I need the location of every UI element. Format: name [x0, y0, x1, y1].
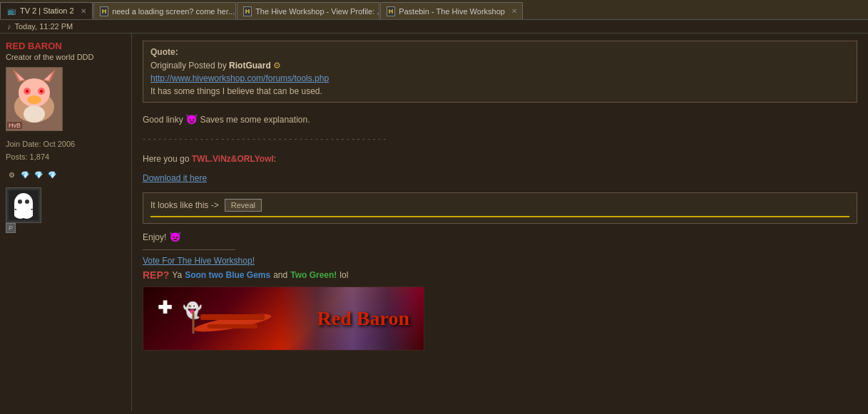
svg-point-10	[40, 90, 43, 93]
music-icon: ♪	[7, 22, 11, 31]
content-area: Quote: Originally Posted by RiotGuard ⚙ …	[132, 33, 868, 411]
user-title: Creator of the world DDD	[6, 53, 126, 61]
tools-icon: ⚙	[6, 169, 17, 180]
svg-point-17	[25, 200, 29, 204]
svg-point-12	[24, 105, 45, 123]
quote-attribution: Originally Posted by RiotGuard ⚙	[150, 61, 849, 71]
gem-blue-2: 💎	[33, 169, 44, 180]
user-info: Join Date: Oct 2006 Posts: 1,874	[6, 138, 126, 163]
here-you-go-line: Here you go TWL.ViNz&ORLYowl:	[143, 152, 857, 166]
tab-1-close[interactable]: ✕	[81, 7, 86, 15]
rep-icons: ⚙ 💎 💎 💎	[6, 169, 126, 180]
sig-banner-text: Red Baron	[317, 307, 409, 330]
rep-label: REP?	[143, 269, 169, 281]
rep-lol: lol	[339, 270, 348, 280]
cross-icon: ✚	[158, 298, 172, 318]
quote-link[interactable]: http://www.hiveworkshop.com/forums/tools…	[150, 73, 849, 83]
tab-4-label: Pastebin - The Hive Workshop	[399, 7, 505, 16]
devil-emoji-2: 👿	[169, 231, 181, 242]
sig-divider	[143, 249, 235, 250]
timestamp: Today, 11:22 PM	[15, 22, 73, 31]
gem-green-1: 💎	[46, 169, 58, 180]
timestamp-bar: ♪ Today, 11:22 PM	[0, 20, 868, 33]
svg-point-16	[18, 200, 22, 204]
tab-1-label: TV 2 | Station 2	[20, 6, 74, 15]
rep-text-ya: Ya	[172, 270, 182, 280]
username: RED BARON	[6, 41, 126, 51]
gem-blue-1: 💎	[19, 169, 31, 180]
svg-point-18	[193, 311, 272, 336]
tab-4-close[interactable]: ✕	[511, 7, 517, 15]
reveal-section: It looks like this -> Reveal	[143, 192, 857, 224]
rep-line: REP? Ya Soon two Blue Gems and Two Green…	[143, 269, 857, 281]
ghost-avatar	[6, 187, 41, 223]
tab-bar: 📺 TV 2 | Station 2 ✕ H need a loading sc…	[0, 0, 868, 20]
pastebin-icon: P	[6, 223, 126, 233]
post-count: Posts: 1,874	[6, 151, 126, 164]
devil-emoji-1: 👿	[185, 111, 198, 127]
svg-rect-15	[14, 203, 33, 209]
reveal-button[interactable]: Reveal	[225, 199, 262, 212]
separator-line: - - - - - - - - - - - - - - - - - - - - …	[143, 133, 857, 146]
main-layout: RED BARON Creator of the world DDD	[0, 33, 868, 411]
h-icon-3: H	[243, 6, 252, 16]
biplane-svg	[186, 301, 279, 341]
download-link[interactable]: Download it here	[143, 173, 207, 183]
good-linky-text: Good linky	[143, 115, 183, 125]
h-icon-2: H	[100, 6, 109, 16]
quote-label: Quote:	[150, 47, 849, 57]
svg-point-11	[27, 95, 41, 104]
saves-text: Saves me some explanation.	[200, 115, 310, 125]
author-icon: ⚙	[273, 61, 281, 71]
svg-point-9	[26, 90, 29, 93]
tab-2[interactable]: H need a loading screen? come her... ✕	[93, 2, 236, 19]
join-date: Join Date: Oct 2006	[6, 138, 126, 151]
here-you-go-text: Here you go	[143, 154, 189, 164]
tab-4[interactable]: H Pastebin - The Hive Workshop ✕	[380, 2, 523, 19]
tab-2-label: need a loading screen? come her...	[112, 7, 235, 16]
quote-author: RiotGuard	[229, 61, 271, 71]
rep-name1: Soon two Blue Gems	[185, 270, 270, 280]
avatar-label: HvB	[7, 122, 22, 129]
quote-text: It has some things I believe that can be…	[150, 86, 849, 96]
sidebar: RED BARON Creator of the world DDD	[0, 33, 132, 411]
good-linky-line: Good linky 👿 Saves me some explanation.	[143, 111, 857, 127]
tab-3-label: The Hive Workshop - View Profile: ...	[255, 7, 379, 16]
sig-banner: ✚ 👻 Red Baron	[143, 286, 424, 351]
enjoy-line: Enjoy! 👿	[143, 231, 857, 242]
svg-rect-20	[208, 324, 257, 328]
yellow-bar	[150, 216, 849, 217]
quote-box: Quote: Originally Posted by RiotGuard ⚙ …	[143, 41, 857, 103]
h-icon-4: H	[387, 6, 396, 16]
reveal-row: It looks like this -> Reveal	[150, 199, 849, 212]
tv-icon: 📺	[6, 6, 16, 16]
avatar: HvB	[6, 67, 63, 131]
avatar-image: HvB	[6, 68, 63, 130]
vote-link[interactable]: Vote For The Hive Workshop!	[143, 256, 857, 266]
tab-1[interactable]: 📺 TV 2 | Station 2 ✕	[0, 2, 93, 19]
download-line: Download it here	[143, 172, 857, 185]
tab-3[interactable]: H The Hive Workshop - View Profile: ... …	[237, 2, 379, 19]
reveal-text: It looks like this ->	[150, 200, 219, 210]
rep-and: and	[273, 270, 287, 280]
enjoy-text: Enjoy!	[143, 232, 166, 242]
colored-name: TWL.ViNz&ORLYowl	[192, 154, 274, 164]
rep-name2: Two Green!	[290, 270, 337, 280]
svg-rect-19	[200, 314, 265, 320]
